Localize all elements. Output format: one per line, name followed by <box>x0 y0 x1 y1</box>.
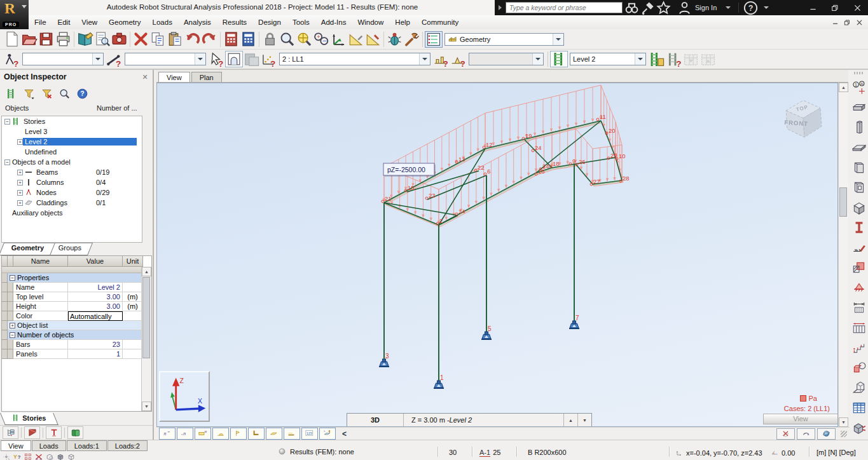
close-button[interactable] <box>847 1 868 15</box>
scroll-thumb[interactable] <box>142 277 150 358</box>
node-list-combo[interactable] <box>22 53 104 65</box>
grid-row-panels[interactable]: Panels1 <box>2 349 151 359</box>
wrench-button[interactable] <box>403 30 420 48</box>
lp-book-button[interactable] <box>67 426 83 439</box>
zoom-pair-button[interactable]: +− <box>313 30 330 48</box>
viewport-vscrollbar[interactable]: ▲ ▼ <box>838 83 848 427</box>
grid-row-color[interactable]: ColorAutomatically <box>2 311 151 321</box>
combo-arrow-icon[interactable] <box>92 53 103 65</box>
rt-release-button[interactable] <box>851 241 867 255</box>
node-label[interactable]: 22 <box>474 164 485 172</box>
mdi-close-button[interactable] <box>853 17 865 27</box>
grid-section-number-of-objects[interactable]: −Number of objects <box>2 330 151 340</box>
level-up-button[interactable]: ▲ <box>563 414 577 426</box>
zoom-window-button[interactable] <box>279 30 296 48</box>
node-label[interactable]: 23 <box>425 192 436 200</box>
view-selector-combo[interactable]: Geometry <box>444 33 564 46</box>
level-down-button[interactable]: ▼ <box>577 414 591 426</box>
st-cubesolid-button[interactable] <box>56 452 65 460</box>
rt-slab-button[interactable] <box>851 140 867 154</box>
expand-icon[interactable]: + <box>10 323 15 328</box>
lock-button[interactable] <box>261 30 279 48</box>
collapse-left-icon[interactable]: < <box>342 430 347 438</box>
rt-dim2-button[interactable] <box>851 321 867 335</box>
tg-slab-button[interactable] <box>284 428 300 440</box>
scroll-up-icon[interactable]: ▲ <box>142 267 151 276</box>
copy-button[interactable] <box>149 30 167 48</box>
grid-row-top-level[interactable]: Top level3.00(m) <box>2 292 151 302</box>
calculator-button[interactable] <box>223 30 240 48</box>
load-case-combo[interactable]: 2 : LL1 <box>279 53 431 65</box>
story-selector-combo[interactable]: Level 2 <box>570 53 646 65</box>
rt-volume-button[interactable] <box>851 421 867 435</box>
mdi-minimize-button[interactable] <box>829 17 841 27</box>
collapse-icon[interactable]: − <box>10 332 15 338</box>
tree-item-level-3[interactable]: Level 3 <box>2 126 142 137</box>
save-button[interactable] <box>38 30 55 48</box>
layout-tab-loads-1[interactable]: Loads:1 <box>67 440 107 451</box>
help-ball-button[interactable]: ? <box>76 88 88 100</box>
node-label[interactable]: 19 <box>522 132 532 140</box>
lp-wedge-button[interactable] <box>24 426 40 439</box>
tab-geometry[interactable]: Geometry <box>0 243 55 255</box>
grid-scrollbar[interactable]: ▲▼ <box>141 267 151 411</box>
rt-frame-button[interactable] <box>851 381 867 395</box>
funnel-button[interactable] <box>23 88 35 100</box>
rt-wall2-button[interactable] <box>851 180 867 194</box>
st-cut-button[interactable] <box>34 452 43 460</box>
expand-icon[interactable]: + <box>17 190 23 196</box>
menu-item-design[interactable]: Design <box>252 17 287 28</box>
tree-item-columns[interactable]: +Columns0/4 <box>2 177 142 187</box>
tree-item-stories[interactable]: −Stories <box>2 116 142 126</box>
tg-profile-button[interactable] <box>266 428 282 440</box>
object-inspector-toggle-button[interactable] <box>425 31 443 48</box>
calculator-alt-button[interactable] <box>240 30 257 48</box>
rt-section-button[interactable] <box>851 220 867 234</box>
view-3d-button[interactable] <box>330 30 347 48</box>
bug-button[interactable] <box>386 30 403 48</box>
menu-item-results[interactable]: Results <box>217 17 252 28</box>
node-select-button[interactable]: ? <box>3 51 20 68</box>
combo-arrow-icon[interactable] <box>532 53 543 65</box>
delete-button[interactable] <box>132 30 149 48</box>
toolbar-grip[interactable] <box>854 72 864 74</box>
panel-definition-button[interactable] <box>225 51 243 67</box>
grid-row-name[interactable]: NameLevel 2 <box>2 283 151 292</box>
sign-in-caret-icon[interactable] <box>726 6 731 9</box>
menu-item-edit[interactable]: Edit <box>52 17 76 28</box>
rt-table-button[interactable] <box>851 401 867 415</box>
tg-shape-button[interactable] <box>248 428 265 440</box>
collapse-arrow-icon[interactable] <box>499 5 502 10</box>
search-input[interactable] <box>506 2 623 13</box>
tree-item-nodes[interactable]: +Nodes0/29 <box>2 187 142 198</box>
vb-pan-button[interactable] <box>797 428 815 440</box>
tree-item-beams[interactable]: +Beams0/19 <box>2 167 142 177</box>
view-cube[interactable]: TOP FRONT <box>780 92 825 145</box>
rt-dim1-button[interactable] <box>851 301 867 315</box>
menu-item-view[interactable]: View <box>76 17 103 28</box>
star-button[interactable] <box>656 1 672 15</box>
mdi-restore-button[interactable] <box>841 17 853 27</box>
node-label[interactable]: 26 <box>575 158 586 166</box>
stories-tool-button[interactable] <box>550 51 568 67</box>
viewport-tab-plan[interactable]: Plan <box>191 72 222 82</box>
expand-icon[interactable]: + <box>17 139 23 145</box>
tree-item-objects-of-a-model[interactable]: −Objects of a model <box>2 157 142 167</box>
funnel-x-button[interactable] <box>41 88 53 100</box>
tg-release-button[interactable] <box>230 428 247 440</box>
open-button[interactable] <box>20 30 38 48</box>
story-add-button[interactable] <box>648 51 665 68</box>
combo-arrow-icon[interactable] <box>635 53 645 65</box>
st-osnap-button[interactable]: Y? <box>13 452 22 460</box>
scroll-thumb[interactable] <box>839 187 847 217</box>
st-snap-button[interactable] <box>2 452 11 460</box>
st-cubesel-button[interactable] <box>45 452 54 460</box>
tree-item-level-2[interactable]: +Level 2 <box>2 137 142 147</box>
rt-box-button[interactable] <box>851 201 867 215</box>
lp-tree-button[interactable] <box>3 426 18 439</box>
node-label[interactable]: 9 <box>569 158 575 165</box>
grid-row-bars[interactable]: Bars23 <box>2 340 151 349</box>
vb-cut-button[interactable] <box>776 428 795 440</box>
preview-button[interactable] <box>93 30 111 48</box>
lp-letter-button[interactable] <box>46 426 62 439</box>
